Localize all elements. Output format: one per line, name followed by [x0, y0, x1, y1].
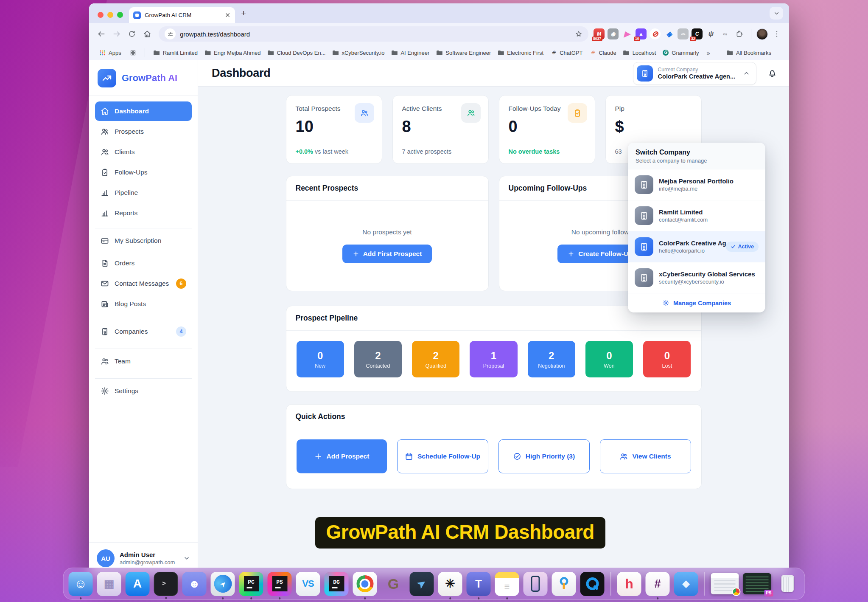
gimp-app[interactable]: G	[381, 572, 406, 596]
apps-shortcut[interactable]: Apps	[96, 48, 125, 58]
slack-app[interactable]: #	[646, 572, 670, 596]
pycharm-app[interactable]: PC	[239, 572, 263, 596]
chatgpt-app[interactable]: ✳	[438, 572, 462, 596]
passwords-app[interactable]	[552, 572, 576, 596]
quick-action-button[interactable]: High Priority (3)	[498, 439, 590, 473]
sidebar-item[interactable]: Reports	[95, 203, 192, 223]
sidebar-item[interactable]: Orders	[95, 253, 192, 273]
bookmark-item[interactable]: AI Engineer	[388, 48, 433, 58]
play-extension[interactable]: ▶	[622, 28, 633, 39]
bookmark-star-icon[interactable]	[575, 30, 582, 38]
circle-extension[interactable]: ∞	[720, 28, 731, 39]
zoom-window-button[interactable]	[117, 12, 123, 18]
pipeline-stage[interactable]: 0 Lost	[643, 341, 691, 377]
bookmark-item[interactable]: Engr Mejba Ahmed	[201, 48, 264, 58]
bookmark-item[interactable]: ✳Claude	[586, 48, 619, 58]
phpstorm-app[interactable]: PS	[268, 572, 292, 596]
sidebar-item[interactable]: Clients	[95, 142, 192, 162]
discord-app[interactable]: ☻	[182, 572, 207, 596]
close-window-button[interactable]	[98, 12, 104, 18]
antenna-extension[interactable]: ψ	[706, 28, 717, 39]
quick-action-button[interactable]: Schedule Follow-Up	[397, 439, 488, 473]
home-button[interactable]	[141, 28, 154, 40]
trash[interactable]	[776, 572, 800, 596]
url-text[interactable]: growpath.test/dashboard	[180, 31, 571, 38]
pipeline-stage[interactable]: 2 Qualified	[412, 341, 459, 377]
mail-extension[interactable]: M8037	[594, 28, 605, 39]
bookmark-item[interactable]: xCyberSecurity.io	[329, 48, 388, 58]
finder-app[interactable]: ☺	[69, 572, 93, 596]
company-option[interactable]: ColorPark Creative Ag... hello@colorpark…	[628, 231, 765, 262]
pipeline-stage[interactable]: 2 Negotiation	[528, 341, 575, 377]
datagrip-app[interactable]: DG	[325, 572, 349, 596]
blue-app[interactable]: ◆	[674, 572, 698, 596]
browser-menu-kebab-icon[interactable]	[770, 28, 783, 40]
launchpad-app[interactable]: ▦	[97, 572, 121, 596]
iphone-mirroring-app[interactable]	[524, 572, 548, 596]
forward-button[interactable]	[110, 28, 123, 40]
sidebar-item[interactable]: Contact Messages 6	[95, 274, 192, 293]
notifications-bell-icon[interactable]	[767, 68, 777, 78]
add-first-prospect-button[interactable]: Add First Prospect	[342, 245, 432, 263]
sidebar-item[interactable]: Prospects	[95, 122, 192, 141]
company-option[interactable]: Mejba Personal Portfolio info@mejba.me	[628, 169, 765, 200]
minimized-window-browser[interactable]	[711, 573, 739, 594]
teams-app[interactable]: T	[467, 572, 491, 596]
grid-shortcut[interactable]	[126, 48, 140, 58]
sidebar-item[interactable]: Pipeline	[95, 183, 192, 203]
back-button[interactable]	[95, 28, 108, 40]
minimized-window-terminal[interactable]: PS	[743, 573, 771, 594]
reload-button[interactable]	[126, 28, 138, 40]
pipeline-stage[interactable]: 0 New	[297, 341, 344, 377]
purple-extension[interactable]: ▲10	[636, 28, 647, 39]
sidebar-item[interactable]: Dashboard	[95, 101, 192, 121]
blocker-extension[interactable]: ⊘	[650, 28, 661, 39]
bookmark-item[interactable]: ✳ChatGPT	[547, 48, 586, 58]
bookmark-item[interactable]: GGrammarly	[659, 48, 702, 58]
quicktime-app[interactable]	[580, 572, 605, 596]
pipeline-stage[interactable]: 1 Proposal	[470, 341, 517, 377]
code-extension[interactable]: </>	[678, 28, 689, 39]
sidebar-item[interactable]: Team	[95, 349, 192, 373]
sidebar-item[interactable]: My Subscription	[95, 228, 192, 253]
sidebar-item[interactable]: Companies 4	[95, 319, 192, 343]
chrome-app[interactable]	[353, 572, 377, 596]
dock-divider[interactable]	[704, 572, 705, 596]
bookmark-item[interactable]: Electronic First	[494, 48, 547, 58]
terminal-app[interactable]: >_	[154, 572, 178, 596]
pipeline-stage[interactable]: 0 Won	[585, 341, 633, 377]
sidebar-item[interactable]: Blog Posts	[95, 294, 192, 314]
vscode-app[interactable]: VS	[296, 572, 320, 596]
bookmark-item[interactable]: Localhost	[620, 48, 660, 58]
company-switcher-button[interactable]: Current Company ColorPark Creative Agen.…	[633, 62, 756, 85]
manage-companies-link[interactable]: Manage Companies	[628, 293, 765, 312]
counter-extension[interactable]: C32	[692, 28, 703, 39]
all-bookmarks[interactable]: All Bookmarks	[723, 48, 775, 58]
appstore-app[interactable]: A	[126, 572, 150, 596]
camera-extension[interactable]: ◉	[608, 28, 619, 39]
extensions-puzzle-icon[interactable]	[733, 28, 746, 40]
tab-search-chevron-button[interactable]	[770, 7, 783, 20]
bookmark-item[interactable]: Software Engineer	[433, 48, 494, 58]
browser-profile-avatar[interactable]	[756, 28, 768, 40]
tag-extension[interactable]: ◈	[664, 28, 675, 39]
telegram-app[interactable]: ➤	[410, 572, 434, 596]
dock-divider[interactable]	[610, 572, 611, 596]
tab-close-icon[interactable]	[224, 12, 231, 18]
minimize-window-button[interactable]	[107, 12, 113, 18]
address-bar[interactable]: growpath.test/dashboard	[159, 26, 588, 42]
h-app[interactable]: h	[617, 572, 641, 596]
safari-app[interactable]: ➤	[211, 572, 235, 596]
new-tab-button[interactable]: +	[241, 8, 246, 17]
bookmark-item[interactable]: Cloud DevOps En...	[264, 48, 329, 58]
browser-tab[interactable]: GrowPath AI CRM	[129, 7, 235, 23]
notes-app[interactable]: ≡	[495, 572, 519, 596]
quick-action-button[interactable]: View Clients	[600, 439, 691, 473]
bookmarks-overflow-chevron[interactable]: »	[704, 49, 713, 56]
site-settings-icon[interactable]	[165, 28, 176, 39]
bookmark-item[interactable]: Ramlit Limited	[150, 48, 201, 58]
sidebar-item[interactable]: Settings	[95, 378, 192, 403]
pipeline-stage[interactable]: 2 Contacted	[354, 341, 402, 377]
sidebar-item[interactable]: Follow-Ups	[95, 163, 192, 182]
quick-action-button[interactable]: Add Prospect	[297, 439, 387, 473]
